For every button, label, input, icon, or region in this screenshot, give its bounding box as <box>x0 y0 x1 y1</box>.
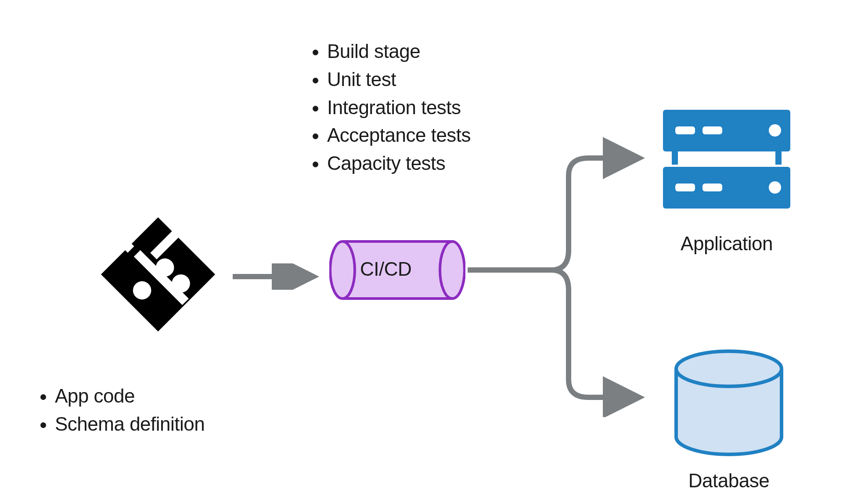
svg-point-21 <box>769 181 781 194</box>
database-icon <box>667 347 790 463</box>
arrow-source-to-pipeline <box>233 263 321 292</box>
svg-point-3 <box>156 259 174 277</box>
diagram-canvas: App code Schema definition CI/CD <box>0 0 843 504</box>
svg-point-4 <box>172 274 190 293</box>
arrows-pipeline-to-targets <box>468 136 652 419</box>
list-item: Schema definition <box>55 410 283 438</box>
svg-rect-14 <box>775 151 782 165</box>
application-servers-icon <box>654 105 799 221</box>
application-label: Application <box>654 233 799 255</box>
svg-point-22 <box>676 351 782 386</box>
source-bullet-list: App code Schema definition <box>33 382 283 438</box>
list-item: Integration tests <box>327 94 573 122</box>
svg-point-2 <box>133 281 151 300</box>
svg-rect-13 <box>672 151 678 165</box>
list-item: App code <box>55 382 283 410</box>
svg-rect-20 <box>702 184 722 191</box>
svg-point-9 <box>440 241 465 299</box>
list-item: Build stage <box>327 37 573 65</box>
svg-rect-16 <box>675 126 695 134</box>
svg-point-8 <box>330 241 355 299</box>
database-label: Database <box>659 470 799 492</box>
cicd-label: CI/CD <box>360 258 411 280</box>
git-icon <box>101 217 215 333</box>
svg-rect-17 <box>702 126 722 134</box>
svg-point-18 <box>769 124 781 137</box>
svg-rect-19 <box>675 184 695 191</box>
list-item: Unit test <box>327 65 573 94</box>
